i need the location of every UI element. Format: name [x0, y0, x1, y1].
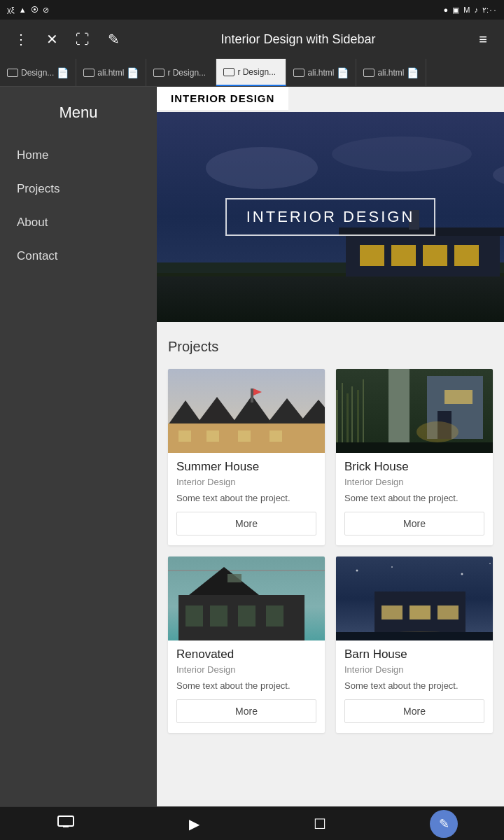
- tab-2[interactable]: r Design...: [146, 59, 216, 86]
- svg-rect-45: [238, 606, 255, 626]
- tab-browser-icon-1: [83, 69, 94, 77]
- svg-point-58: [489, 563, 491, 564]
- menu-dots-icon[interactable]: ⋮: [11, 31, 31, 48]
- tab-4[interactable]: ali.html 📄: [286, 59, 356, 86]
- nav-play-icon[interactable]: ▶: [178, 810, 211, 838]
- tab-doc-icon-1: 📄: [127, 67, 139, 78]
- project-desc-renovated: Some text about the project.: [176, 680, 316, 691]
- project-image-brick-house: [336, 369, 493, 453]
- svg-rect-24: [251, 388, 253, 402]
- svg-rect-60: [63, 826, 69, 827]
- signal-icon: ⦿: [31, 6, 38, 14]
- svg-rect-21: [206, 430, 219, 442]
- project-card-barn-house: Barn House Interior Design Some text abo…: [336, 556, 493, 733]
- more-button-barn-house[interactable]: More: [344, 699, 484, 723]
- project-info-summer-house: Summer House Interior Design Some text a…: [168, 453, 325, 545]
- nav-window-icon[interactable]: ☐: [302, 810, 337, 838]
- tab-1[interactable]: ali.html 📄: [76, 59, 146, 86]
- tab-bar: Design... 📄 ali.html 📄 r Design... r Des…: [0, 59, 504, 87]
- brick-house-svg: [336, 369, 493, 453]
- svg-rect-32: [363, 379, 364, 453]
- project-info-renovated: Renovated Interior Design Some text abou…: [168, 640, 325, 733]
- status-right: ● ▣ M ♪ ۲:۰۰: [444, 6, 497, 15]
- project-image-barn-house: [336, 556, 493, 640]
- svg-rect-46: [266, 606, 284, 626]
- page-title: Interior Design with Sidebar: [134, 32, 462, 47]
- svg-rect-22: [238, 430, 251, 442]
- tab-browser-icon-3: [223, 68, 234, 76]
- tab-0[interactable]: Design... 📄: [0, 59, 76, 86]
- svg-rect-52: [438, 606, 458, 620]
- hero-section: INTERIOR DESIGN: [157, 112, 504, 322]
- svg-rect-9: [423, 245, 447, 266]
- tab-doc-icon-5: 📄: [407, 67, 419, 78]
- gmail-icon: M: [463, 6, 470, 14]
- project-card-brick-house: Brick House Interior Design Some text ab…: [336, 369, 493, 545]
- renovated-svg: [168, 556, 325, 640]
- page-content: INTERIOR DESIGN: [157, 87, 504, 806]
- project-image-summer-house: [168, 369, 325, 453]
- svg-rect-20: [178, 430, 191, 442]
- nav-screen-icon[interactable]: [46, 810, 85, 837]
- tab-label-0: Design...: [21, 68, 54, 78]
- tab-doc-icon-0: 📄: [57, 67, 69, 78]
- svg-point-55: [356, 570, 358, 572]
- svg-point-57: [461, 573, 463, 575]
- clock: ۲:۰۰: [482, 6, 497, 15]
- project-name-brick-house: Brick House: [344, 460, 484, 474]
- close-icon[interactable]: ✕: [42, 31, 62, 48]
- tab-label-5: ali.html: [377, 68, 404, 78]
- project-desc-barn-house: Some text about the project.: [344, 680, 484, 691]
- projects-grid: Summer House Interior Design Some text a…: [168, 369, 493, 733]
- project-category-brick-house: Interior Design: [344, 477, 484, 487]
- project-category-renovated: Interior Design: [176, 664, 316, 675]
- svg-rect-54: [336, 632, 493, 640]
- nav-edit-fab[interactable]: ✎: [430, 810, 458, 838]
- more-button-summer-house[interactable]: More: [176, 512, 316, 536]
- projects-section-title: Projects: [168, 339, 493, 355]
- barn-house-svg: [336, 556, 493, 640]
- sidebar-item-projects[interactable]: Projects: [0, 172, 157, 206]
- top-toolbar: ⋮ ✕ ⛶ ✎ Interior Design with Sidebar ≡: [0, 20, 504, 59]
- svg-rect-44: [210, 606, 227, 626]
- project-image-renovated: [168, 556, 325, 640]
- project-info-barn-house: Barn House Interior Design Some text abo…: [336, 640, 493, 733]
- sidebar-item-about[interactable]: About: [0, 206, 157, 239]
- sidebar-title: Menu: [0, 104, 157, 122]
- tab-browser-icon-4: [293, 69, 304, 77]
- sidebar-item-contact[interactable]: Contact: [0, 239, 157, 273]
- page-header-tab: INTERIOR DESIGN: [157, 87, 288, 112]
- status-left: χξ ▲ ⦿ ⊘: [7, 6, 49, 15]
- project-category-barn-house: Interior Design: [344, 664, 484, 675]
- expand-icon[interactable]: ⛶: [73, 31, 92, 48]
- tab-browser-icon-5: [363, 69, 374, 77]
- wifi-icon: ▲: [19, 6, 27, 14]
- svg-point-56: [391, 566, 393, 568]
- tab-doc-icon-4: 📄: [337, 67, 349, 78]
- svg-rect-4: [157, 273, 504, 322]
- project-category-summer-house: Interior Design: [176, 477, 316, 487]
- more-button-brick-house[interactable]: More: [344, 512, 484, 536]
- camera-icon: ▣: [452, 6, 459, 15]
- edit-icon[interactable]: ✎: [104, 31, 123, 48]
- svg-rect-23: [270, 430, 282, 442]
- sidebar-item-home[interactable]: Home: [0, 139, 157, 172]
- project-desc-brick-house: Some text about the project.: [344, 493, 484, 503]
- more-button-renovated[interactable]: More: [176, 699, 316, 723]
- tiktok-icon: ♪: [474, 6, 478, 14]
- bottom-nav: ▶ ☐ ✎: [0, 806, 504, 840]
- project-name-summer-house: Summer House: [176, 460, 316, 474]
- battery-icon: ●: [444, 6, 449, 14]
- tab-5[interactable]: ali.html 📄: [356, 59, 426, 86]
- project-info-brick-house: Brick House Interior Design Some text ab…: [336, 453, 493, 545]
- tab-browser-icon-2: [153, 69, 164, 77]
- hero-title-text: INTERIOR DESIGN: [246, 208, 415, 225]
- svg-point-37: [416, 421, 458, 442]
- svg-rect-51: [410, 606, 430, 620]
- tab-3[interactable]: r Design...: [216, 59, 286, 86]
- svg-rect-8: [391, 245, 416, 266]
- overflow-menu-icon[interactable]: ≡: [473, 31, 493, 48]
- svg-point-1: [206, 147, 318, 189]
- project-name-barn-house: Barn House: [344, 648, 484, 662]
- project-card-renovated: Renovated Interior Design Some text abou…: [168, 556, 325, 733]
